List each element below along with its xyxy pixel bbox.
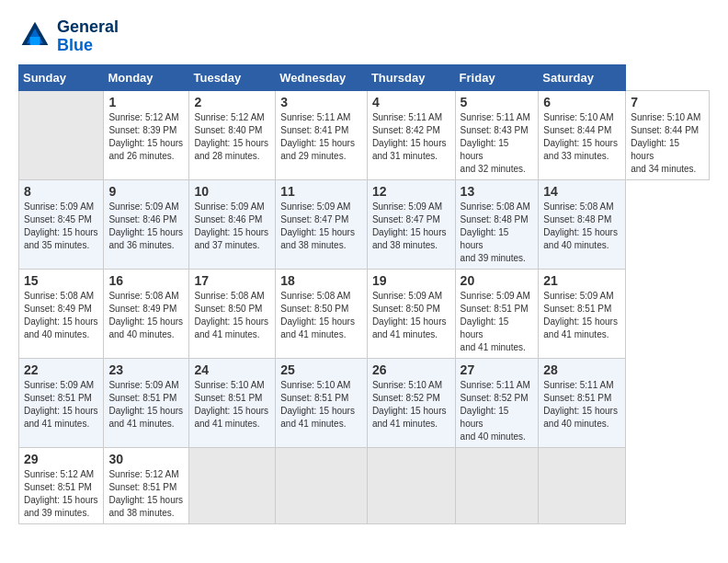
- day-cell-16: 16Sunrise: 5:08 AM Sunset: 8:49 PM Dayli…: [104, 269, 189, 358]
- day-info: Sunrise: 5:09 AM Sunset: 8:50 PM Dayligh…: [372, 290, 450, 341]
- day-cell-18: 18Sunrise: 5:08 AM Sunset: 8:50 PM Dayli…: [276, 269, 368, 358]
- day-cell-27: 27Sunrise: 5:11 AM Sunset: 8:52 PM Dayli…: [455, 358, 539, 447]
- day-cell-3: 3Sunrise: 5:11 AM Sunset: 8:41 PM Daylig…: [276, 90, 368, 179]
- day-number: 16: [108, 273, 184, 288]
- day-info: Sunrise: 5:10 AM Sunset: 8:44 PM Dayligh…: [543, 111, 620, 163]
- logo-icon: [18, 20, 51, 53]
- calendar-body: 1Sunrise: 5:12 AM Sunset: 8:39 PM Daylig…: [19, 90, 710, 523]
- day-info: Sunrise: 5:09 AM Sunset: 8:46 PM Dayligh…: [194, 201, 270, 252]
- day-cell-9: 9Sunrise: 5:09 AM Sunset: 8:46 PM Daylig…: [104, 179, 189, 269]
- day-info: Sunrise: 5:12 AM Sunset: 8:51 PM Dayligh…: [24, 468, 98, 520]
- day-cell-25: 25Sunrise: 5:10 AM Sunset: 8:51 PM Dayli…: [276, 358, 368, 447]
- day-info: Sunrise: 5:11 AM Sunset: 8:43 PM Dayligh…: [461, 111, 534, 176]
- day-cell-1: 1Sunrise: 5:12 AM Sunset: 8:39 PM Daylig…: [104, 90, 189, 179]
- day-info: Sunrise: 5:09 AM Sunset: 8:47 PM Dayligh…: [372, 201, 450, 252]
- day-number: 20: [461, 273, 534, 288]
- day-number: 4: [372, 95, 450, 109]
- day-cell-26: 26Sunrise: 5:10 AM Sunset: 8:52 PM Dayli…: [367, 358, 455, 447]
- day-info: Sunrise: 5:10 AM Sunset: 8:51 PM Dayligh…: [280, 379, 362, 431]
- day-cell-20: 20Sunrise: 5:09 AM Sunset: 8:51 PM Dayli…: [455, 269, 539, 358]
- day-number: 28: [543, 362, 620, 377]
- day-number: 29: [24, 452, 98, 466]
- day-info: Sunrise: 5:11 AM Sunset: 8:52 PM Dayligh…: [461, 379, 534, 443]
- day-cell-23: 23Sunrise: 5:09 AM Sunset: 8:51 PM Dayli…: [104, 358, 189, 447]
- day-cell-22: 22Sunrise: 5:09 AM Sunset: 8:51 PM Dayli…: [19, 358, 104, 447]
- day-number: 30: [108, 452, 184, 466]
- day-number: 17: [194, 273, 270, 288]
- day-cell-6: 6Sunrise: 5:10 AM Sunset: 8:44 PM Daylig…: [539, 90, 626, 179]
- day-info: Sunrise: 5:10 AM Sunset: 8:51 PM Dayligh…: [194, 379, 270, 431]
- day-info: Sunrise: 5:12 AM Sunset: 8:51 PM Dayligh…: [108, 468, 184, 520]
- calendar-table: SundayMondayTuesdayWednesdayThursdayFrid…: [18, 64, 710, 524]
- day-cell-10: 10Sunrise: 5:09 AM Sunset: 8:46 PM Dayli…: [189, 179, 276, 269]
- week-row-2: 8Sunrise: 5:09 AM Sunset: 8:45 PM Daylig…: [19, 179, 710, 269]
- empty-cell: [276, 447, 368, 523]
- day-number: 6: [543, 95, 620, 109]
- day-info: Sunrise: 5:11 AM Sunset: 8:41 PM Dayligh…: [280, 111, 362, 163]
- day-info: Sunrise: 5:12 AM Sunset: 8:40 PM Dayligh…: [194, 111, 270, 163]
- day-cell-17: 17Sunrise: 5:08 AM Sunset: 8:50 PM Dayli…: [189, 269, 276, 358]
- day-number: 19: [372, 273, 450, 288]
- header-cell-tuesday: Tuesday: [189, 64, 276, 90]
- header-cell-sunday: Sunday: [19, 64, 104, 90]
- day-number: 24: [194, 362, 270, 377]
- week-row-4: 22Sunrise: 5:09 AM Sunset: 8:51 PM Dayli…: [19, 358, 710, 447]
- day-cell-5: 5Sunrise: 5:11 AM Sunset: 8:43 PM Daylig…: [455, 90, 539, 179]
- day-number: 9: [108, 184, 184, 199]
- logo: General Blue: [18, 18, 119, 55]
- day-info: Sunrise: 5:09 AM Sunset: 8:46 PM Dayligh…: [108, 201, 184, 252]
- day-number: 1: [108, 95, 184, 109]
- week-row-3: 15Sunrise: 5:08 AM Sunset: 8:49 PM Dayli…: [19, 269, 710, 358]
- header-cell-friday: Friday: [455, 64, 539, 90]
- logo-text: General Blue: [57, 18, 119, 55]
- day-info: Sunrise: 5:08 AM Sunset: 8:48 PM Dayligh…: [543, 201, 620, 252]
- week-row-5: 29Sunrise: 5:12 AM Sunset: 8:51 PM Dayli…: [19, 447, 710, 523]
- day-number: 12: [372, 184, 450, 199]
- day-number: 15: [24, 273, 98, 288]
- day-number: 14: [543, 184, 620, 199]
- header-row: SundayMondayTuesdayWednesdayThursdayFrid…: [19, 64, 710, 90]
- day-number: 5: [461, 95, 534, 109]
- day-number: 21: [543, 273, 620, 288]
- day-info: Sunrise: 5:09 AM Sunset: 8:51 PM Dayligh…: [24, 379, 98, 431]
- day-cell-14: 14Sunrise: 5:08 AM Sunset: 8:48 PM Dayli…: [539, 179, 626, 269]
- day-number: 2: [194, 95, 270, 109]
- day-info: Sunrise: 5:09 AM Sunset: 8:45 PM Dayligh…: [24, 201, 98, 252]
- day-number: 18: [280, 273, 362, 288]
- header-cell-saturday: Saturday: [539, 64, 626, 90]
- day-info: Sunrise: 5:11 AM Sunset: 8:42 PM Dayligh…: [372, 111, 450, 163]
- empty-cell: [539, 447, 626, 523]
- svg-rect-2: [30, 37, 40, 45]
- day-info: Sunrise: 5:09 AM Sunset: 8:51 PM Dayligh…: [543, 290, 620, 341]
- day-number: 11: [280, 184, 362, 199]
- day-info: Sunrise: 5:11 AM Sunset: 8:51 PM Dayligh…: [543, 379, 620, 431]
- day-cell-21: 21Sunrise: 5:09 AM Sunset: 8:51 PM Dayli…: [539, 269, 626, 358]
- week-row-1: 1Sunrise: 5:12 AM Sunset: 8:39 PM Daylig…: [19, 90, 710, 179]
- day-cell-28: 28Sunrise: 5:11 AM Sunset: 8:51 PM Dayli…: [539, 358, 626, 447]
- day-number: 3: [280, 95, 362, 109]
- day-info: Sunrise: 5:10 AM Sunset: 8:44 PM Dayligh…: [631, 111, 704, 176]
- empty-cell: [189, 447, 276, 523]
- empty-cell: [367, 447, 455, 523]
- day-number: 26: [372, 362, 450, 377]
- day-info: Sunrise: 5:08 AM Sunset: 8:49 PM Dayligh…: [24, 290, 98, 341]
- day-number: 25: [280, 362, 362, 377]
- day-info: Sunrise: 5:09 AM Sunset: 8:51 PM Dayligh…: [108, 379, 184, 431]
- day-info: Sunrise: 5:08 AM Sunset: 8:48 PM Dayligh…: [461, 201, 534, 265]
- day-cell-11: 11Sunrise: 5:09 AM Sunset: 8:47 PM Dayli…: [276, 179, 368, 269]
- day-cell-8: 8Sunrise: 5:09 AM Sunset: 8:45 PM Daylig…: [19, 179, 104, 269]
- day-info: Sunrise: 5:09 AM Sunset: 8:51 PM Dayligh…: [461, 290, 534, 354]
- header-cell-monday: Monday: [104, 64, 189, 90]
- day-cell-29: 29Sunrise: 5:12 AM Sunset: 8:51 PM Dayli…: [19, 447, 104, 523]
- empty-cell: [455, 447, 539, 523]
- day-number: 27: [461, 362, 534, 377]
- day-cell-4: 4Sunrise: 5:11 AM Sunset: 8:42 PM Daylig…: [367, 90, 455, 179]
- day-info: Sunrise: 5:09 AM Sunset: 8:47 PM Dayligh…: [280, 201, 362, 252]
- day-number: 7: [631, 95, 704, 109]
- day-cell-19: 19Sunrise: 5:09 AM Sunset: 8:50 PM Dayli…: [367, 269, 455, 358]
- header-cell-thursday: Thursday: [367, 64, 455, 90]
- day-cell-30: 30Sunrise: 5:12 AM Sunset: 8:51 PM Dayli…: [104, 447, 189, 523]
- empty-cell: [19, 90, 104, 179]
- day-info: Sunrise: 5:10 AM Sunset: 8:52 PM Dayligh…: [372, 379, 450, 431]
- day-info: Sunrise: 5:08 AM Sunset: 8:50 PM Dayligh…: [280, 290, 362, 341]
